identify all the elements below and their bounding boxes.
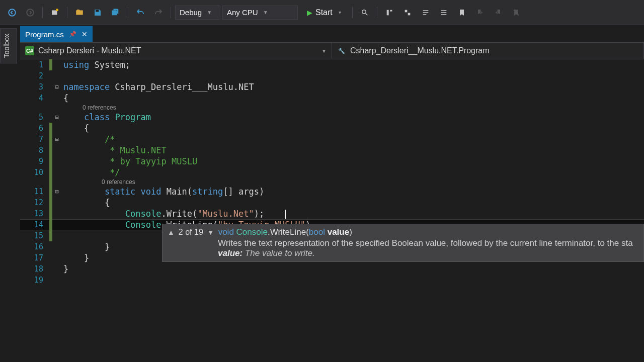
separator: [42, 7, 43, 18]
nav-project-dropdown[interactable]: C# Csharp Dersleri - Muslu.NET ▼: [20, 43, 332, 59]
sig-description: Writes the text representation of the sp…: [168, 238, 638, 248]
line-number: 13: [20, 208, 49, 219]
bookmark-button[interactable]: [454, 5, 470, 21]
line-number: 2: [20, 70, 49, 81]
platform-dropdown[interactable]: Any CPU ▼: [222, 6, 298, 20]
svg-rect-6: [386, 10, 388, 15]
svg-rect-7: [405, 10, 407, 12]
class-icon: 🔧: [337, 46, 346, 55]
line-number: 1: [20, 59, 49, 70]
line-number: 15: [20, 230, 49, 241]
clear-bookmarks-button[interactable]: [508, 5, 524, 21]
find-in-files-button[interactable]: [357, 5, 373, 21]
file-tab-active[interactable]: Program.cs 📌 ✕: [20, 26, 93, 42]
nav-member-dropdown[interactable]: 🔧 Csharp_Dersleri__Muslu.NET.Program: [332, 43, 644, 59]
comment-out-button[interactable]: [418, 5, 434, 21]
svg-point-5: [362, 10, 366, 14]
save-button[interactable]: [90, 5, 106, 21]
line-number: 17: [20, 252, 49, 263]
line-number: 12: [20, 197, 49, 208]
separator: [67, 7, 67, 18]
codelens-refs[interactable]: 0 references: [83, 104, 116, 111]
line-number: 11: [20, 186, 49, 197]
svg-rect-3: [56, 9, 58, 11]
separator: [128, 7, 128, 18]
sig-next-icon[interactable]: ▼: [207, 228, 214, 236]
text-caret: [285, 210, 286, 219]
chevron-down-icon: ▾: [339, 10, 341, 15]
open-file-button[interactable]: [71, 5, 88, 21]
line-number: 5: [20, 112, 49, 123]
start-button[interactable]: ▶ Start ▾: [300, 5, 348, 20]
step-into-icon[interactable]: [381, 5, 397, 21]
svg-point-1: [27, 9, 34, 16]
sig-overload-count: 2 of 19: [179, 228, 203, 237]
sig-prev-icon[interactable]: ▲: [168, 228, 175, 236]
line-number: 18: [20, 263, 49, 275]
separator: [377, 7, 377, 18]
close-tab-icon[interactable]: ✕: [82, 30, 88, 38]
pin-icon[interactable]: 📌: [69, 31, 76, 38]
main-toolbar: Debug ▼ Any CPU ▼ ▶ Start ▾: [0, 0, 644, 25]
line-number: 9: [20, 156, 49, 167]
fold-toggle[interactable]: ⊟: [52, 186, 61, 197]
platform-value: Any CPU: [227, 8, 258, 17]
undo-button[interactable]: [132, 5, 148, 21]
sig-param-desc: value: The value to write.: [168, 248, 638, 258]
svg-rect-4: [96, 10, 99, 12]
nav-bar: C# Csharp Dersleri - Muslu.NET ▼ 🔧 Cshar…: [20, 42, 644, 59]
csharp-icon: C#: [25, 46, 34, 55]
line-number: 4: [20, 93, 49, 104]
tab-filename: Program.cs: [25, 30, 64, 39]
chevron-down-icon: ▼: [207, 10, 212, 15]
codelens-refs[interactable]: 0 references: [102, 178, 135, 186]
play-icon: ▶: [307, 9, 312, 17]
prev-bookmark-button[interactable]: [472, 5, 488, 21]
line-number: 14: [20, 219, 49, 230]
config-value: Debug: [180, 8, 202, 17]
line-number: 6: [20, 123, 49, 134]
nav-project-label: Csharp Dersleri - Muslu.NET: [38, 46, 141, 55]
save-all-button[interactable]: [108, 5, 124, 21]
nav-member-label: Csharp_Dersleri__Muslu.NET.Program: [350, 46, 490, 55]
line-number: 8: [20, 145, 49, 156]
chevron-down-icon: ▼: [263, 10, 268, 15]
signature-help-tooltip: ▲ 2 of 19 ▼ void Console.WriteLine(bool …: [162, 224, 644, 262]
nav-back-button[interactable]: [4, 5, 20, 21]
step-over-icon[interactable]: [399, 5, 416, 21]
tab-bar: Program.cs 📌 ✕: [20, 25, 644, 42]
separator: [171, 7, 171, 18]
chevron-down-icon: ▼: [321, 48, 327, 54]
next-bookmark-button[interactable]: [490, 5, 506, 21]
line-number: 3: [20, 81, 49, 93]
fold-toggle[interactable]: ⊟: [52, 81, 61, 93]
separator: [352, 7, 353, 18]
fold-toggle[interactable]: ⊟: [52, 134, 61, 145]
line-number: 7: [20, 134, 49, 145]
fold-toggle[interactable]: ⊟: [52, 112, 61, 123]
config-dropdown[interactable]: Debug ▼: [175, 6, 220, 20]
line-number: 16: [20, 241, 49, 252]
line-number: 19: [20, 275, 49, 286]
redo-button[interactable]: [150, 5, 167, 21]
new-project-button[interactable]: [47, 5, 63, 21]
nav-forward-button[interactable]: [22, 5, 38, 21]
line-number: 10: [20, 167, 49, 178]
sig-signature: void Console.WriteLine(bool value): [218, 227, 352, 237]
svg-rect-8: [408, 13, 410, 15]
code-editor[interactable]: 1using System; 2 3⊟namespace Csharp_Ders…: [20, 59, 644, 362]
start-label: Start: [315, 8, 333, 17]
svg-point-0: [9, 9, 16, 16]
uncomment-button[interactable]: [436, 5, 452, 21]
toolbox-tab[interactable]: Toolbox: [0, 28, 17, 63]
